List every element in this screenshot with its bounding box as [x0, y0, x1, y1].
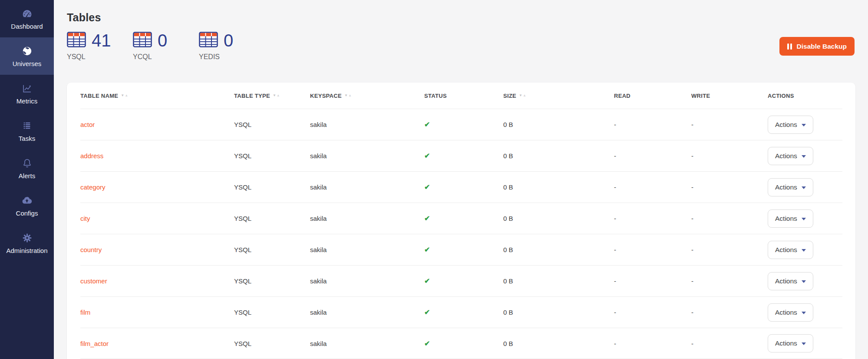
status-ok-check-icon: ✔ — [424, 309, 430, 316]
keyspace-cell: sakila — [310, 183, 424, 191]
write-cell: - — [691, 215, 768, 222]
sidebar-item-universes[interactable]: Universes — [0, 37, 54, 75]
row-actions-button[interactable]: Actions — [768, 303, 813, 322]
sidebar-item-label: Configs — [16, 209, 38, 217]
row-actions-button[interactable]: Actions — [768, 209, 813, 228]
actions-cell: Actions — [768, 116, 842, 134]
table-header-row: TABLE NAME ▼▲ TABLE TYPE ▼▲ KEYSPACE ▼▲ … — [80, 83, 842, 109]
stat-yedis: 0 YEDIS — [199, 32, 265, 61]
status-cell: ✔ — [424, 308, 503, 316]
sidebar-item-label: Metrics — [17, 97, 37, 105]
row-actions-button[interactable]: Actions — [768, 116, 813, 134]
configs-cloud-upload-icon — [21, 194, 33, 206]
row-actions-button[interactable]: Actions — [768, 241, 813, 259]
write-cell: - — [691, 121, 768, 128]
column-header-status: STATUS — [424, 93, 503, 99]
size-cell: 0 B — [503, 152, 614, 160]
actions-cell: Actions — [768, 303, 842, 322]
ycql-count: 0 — [158, 32, 167, 49]
keyspace-cell: sakila — [310, 277, 424, 285]
table-grid-icon — [67, 32, 86, 49]
table-grid-icon — [133, 32, 152, 49]
table-name-link[interactable]: film_actor — [80, 340, 234, 347]
size-cell: 0 B — [503, 340, 614, 347]
column-header-table-type[interactable]: TABLE TYPE ▼▲ — [234, 93, 310, 99]
caret-down-icon — [802, 280, 806, 283]
column-header-table-name[interactable]: TABLE NAME ▼▲ — [80, 93, 234, 99]
sidebar-item-label: Administration — [6, 247, 47, 254]
keyspace-cell: sakila — [310, 215, 424, 222]
keyspace-cell: sakila — [310, 309, 424, 316]
read-cell: - — [614, 152, 691, 160]
sidebar-item-label: Tasks — [19, 135, 35, 142]
sidebar-item-administration[interactable]: Administration — [0, 224, 54, 262]
write-cell: - — [691, 183, 768, 191]
status-ok-check-icon: ✔ — [424, 152, 430, 160]
read-cell: - — [614, 246, 691, 253]
actions-cell: Actions — [768, 147, 842, 165]
tables-card: TABLE NAME ▼▲ TABLE TYPE ▼▲ KEYSPACE ▼▲ … — [67, 83, 855, 359]
actions-button-label: Actions — [775, 339, 797, 347]
table-name-link[interactable]: address — [80, 152, 234, 160]
table-name-link[interactable]: customer — [80, 277, 234, 285]
table-name-link[interactable]: category — [80, 183, 234, 191]
metrics-chart-icon — [21, 82, 33, 94]
read-cell: - — [614, 340, 691, 347]
table-grid-icon — [199, 32, 218, 49]
read-cell: - — [614, 309, 691, 316]
status-cell: ✔ — [424, 152, 503, 160]
size-cell: 0 B — [503, 246, 614, 253]
actions-button-label: Actions — [775, 246, 797, 254]
caret-down-icon — [802, 249, 806, 252]
yedis-label: YEDIS — [199, 53, 265, 61]
table-name-link[interactable]: actor — [80, 121, 234, 128]
sort-icons[interactable]: ▼▲ — [519, 94, 527, 97]
column-header-size[interactable]: SIZE ▼▲ — [503, 93, 614, 99]
table-row: country YSQL sakila ✔ 0 B - - Actions — [80, 234, 842, 265]
sort-icons[interactable]: ▼▲ — [273, 94, 281, 97]
sidebar: Dashboard Universes Metrics — [0, 0, 54, 359]
status-cell: ✔ — [424, 183, 503, 191]
write-cell: - — [691, 340, 768, 347]
sidebar-item-metrics[interactable]: Metrics — [0, 75, 54, 112]
sidebar-item-configs[interactable]: Configs — [0, 187, 54, 224]
status-cell: ✔ — [424, 339, 503, 348]
actions-cell: Actions — [768, 178, 842, 196]
row-actions-button[interactable]: Actions — [768, 147, 813, 165]
ysql-label: YSQL — [67, 53, 133, 61]
actions-cell: Actions — [768, 241, 842, 259]
caret-down-icon — [802, 124, 806, 126]
table-row: film_actor YSQL sakila ✔ 0 B - - Actions — [80, 328, 842, 359]
status-ok-check-icon: ✔ — [424, 277, 430, 285]
status-ok-check-icon: ✔ — [424, 183, 430, 191]
read-cell: - — [614, 121, 691, 128]
ysql-count: 41 — [92, 32, 111, 49]
sidebar-item-label: Dashboard — [11, 23, 43, 30]
table-name-link[interactable]: country — [80, 246, 234, 253]
caret-down-icon — [802, 155, 806, 158]
table-row: actor YSQL sakila ✔ 0 B - - Actions — [80, 109, 842, 140]
row-actions-button[interactable]: Actions — [768, 178, 813, 196]
table-name-link[interactable]: city — [80, 215, 234, 222]
row-actions-button[interactable]: Actions — [768, 334, 813, 352]
table-name-link[interactable]: film — [80, 309, 234, 316]
size-cell: 0 B — [503, 309, 614, 316]
globe-icon — [21, 45, 33, 57]
column-header-write: WRITE — [691, 93, 768, 99]
sidebar-item-dashboard[interactable]: Dashboard — [0, 0, 54, 37]
actions-button-label: Actions — [775, 309, 797, 316]
caret-down-icon — [802, 186, 806, 189]
column-header-keyspace[interactable]: KEYSPACE ▼▲ — [310, 93, 424, 99]
keyspace-cell: sakila — [310, 246, 424, 253]
caret-down-icon — [802, 342, 806, 345]
status-ok-check-icon: ✔ — [424, 340, 430, 347]
row-actions-button[interactable]: Actions — [768, 272, 813, 290]
sidebar-item-tasks[interactable]: Tasks — [0, 112, 54, 150]
sort-icons[interactable]: ▼▲ — [344, 94, 352, 97]
sidebar-item-alerts[interactable]: Alerts — [0, 150, 54, 187]
sort-icons[interactable]: ▼▲ — [121, 94, 129, 97]
read-cell: - — [614, 277, 691, 285]
disable-backup-button[interactable]: Disable Backup — [779, 37, 855, 56]
table-type-cell: YSQL — [234, 215, 310, 222]
tasks-list-icon — [21, 120, 33, 132]
